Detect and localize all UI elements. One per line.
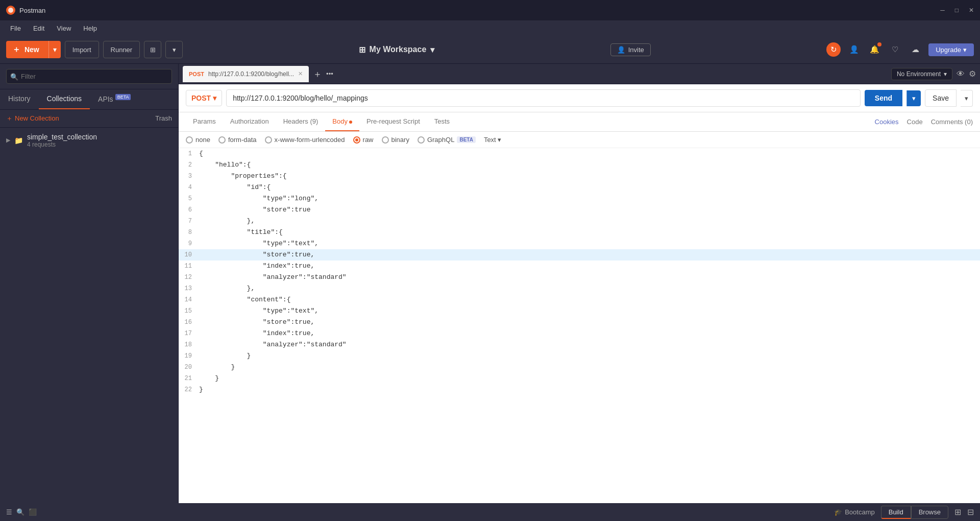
- main-content: 🔍 History Collections APIsBETA ＋ New Col…: [0, 64, 980, 503]
- text-format-dropdown[interactable]: Text ▾: [484, 136, 501, 144]
- search-input[interactable]: [6, 69, 172, 84]
- cloud-icon[interactable]: ☁: [908, 42, 922, 57]
- table-row: 17 "index":true,: [179, 328, 980, 339]
- svg-point-0: [8, 8, 13, 13]
- bottom-pane-button[interactable]: ⊟: [967, 507, 974, 517]
- body-opt-binary[interactable]: binary: [382, 136, 409, 144]
- search-button[interactable]: 🔍: [16, 508, 24, 516]
- tab-authorization[interactable]: Authorization: [223, 112, 276, 131]
- more-tabs-button[interactable]: •••: [326, 70, 333, 78]
- body-opt-graphql[interactable]: GraphQL BETA: [418, 136, 476, 144]
- collection-name: simple_test_collection: [27, 133, 97, 141]
- tab-apis[interactable]: APIsBETA: [90, 89, 139, 109]
- tab-method: POST: [189, 71, 204, 77]
- layout-button[interactable]: ⊞: [144, 41, 161, 58]
- request-area: POST http://127.0.0.1:9200/blog/hell... …: [179, 64, 980, 503]
- tab-close-btn[interactable]: ✕: [298, 70, 303, 77]
- code-link[interactable]: Code: [907, 118, 923, 126]
- browse-tab[interactable]: Browse: [911, 506, 948, 519]
- url-input[interactable]: [226, 89, 861, 107]
- new-collection-bar: ＋ New Collection Trash: [0, 110, 178, 128]
- radio-form-data[interactable]: [218, 136, 226, 144]
- table-row: 16 "store":true,: [179, 317, 980, 328]
- table-row: 8 "title":{: [179, 227, 980, 238]
- list-item[interactable]: ▶ 📁 simple_test_collection 4 requests: [0, 128, 178, 153]
- radio-urlencoded[interactable]: [265, 136, 272, 144]
- body-opt-form-data[interactable]: form-data: [218, 136, 257, 144]
- minimize-btn[interactable]: ─: [940, 7, 945, 14]
- send-dropdown-button[interactable]: ▾: [906, 90, 921, 106]
- body-opt-none[interactable]: none: [186, 136, 210, 144]
- notification-icon[interactable]: 🔔: [867, 42, 881, 57]
- tab-body[interactable]: Body: [325, 112, 359, 131]
- line-number: 6: [179, 204, 199, 216]
- trash-button[interactable]: Trash: [155, 114, 172, 122]
- tab-headers[interactable]: Headers (9): [276, 112, 326, 131]
- new-button-label[interactable]: ＋ New: [6, 44, 45, 55]
- bootcamp-button[interactable]: 🎓 Bootcamp: [834, 508, 875, 516]
- menu-file[interactable]: File: [5, 23, 26, 33]
- line-content: "title":{: [199, 227, 980, 238]
- line-content: "store":true,: [199, 317, 980, 328]
- menu-help[interactable]: Help: [78, 23, 102, 33]
- layout-dropdown[interactable]: ▾: [165, 41, 183, 58]
- build-browse-tabs: Build Browse: [881, 506, 948, 519]
- body-opt-raw[interactable]: raw: [353, 136, 374, 144]
- radio-graphql[interactable]: [418, 136, 425, 144]
- tab-tests[interactable]: Tests: [427, 112, 457, 131]
- method-selector[interactable]: POST ▾: [186, 90, 222, 106]
- radio-raw[interactable]: [353, 136, 360, 144]
- collection-count: 4 requests: [27, 141, 97, 148]
- url-bar: POST ▾ Send ▾ Save ▾: [179, 84, 980, 112]
- line-content: "index":true,: [199, 328, 980, 339]
- build-tab[interactable]: Build: [881, 506, 911, 519]
- code-editor[interactable]: 1{2 "hello":{3 "properties":{4 "id":{5 "…: [179, 148, 980, 503]
- runner-button[interactable]: Runner: [103, 41, 140, 58]
- tab-pre-request[interactable]: Pre-request Script: [359, 112, 427, 131]
- body-opt-urlencoded[interactable]: x-www-form-urlencoded: [265, 136, 345, 144]
- new-button-dropdown[interactable]: ▾: [48, 41, 61, 58]
- save-dropdown-button[interactable]: ▾: [961, 90, 973, 107]
- tab-collections[interactable]: Collections: [39, 89, 90, 109]
- maximize-btn[interactable]: □: [955, 7, 959, 14]
- menu-edit[interactable]: Edit: [28, 23, 50, 33]
- save-button[interactable]: Save: [925, 89, 957, 107]
- environment-selector[interactable]: No Environment ▾: [891, 68, 952, 80]
- add-tab-button[interactable]: ＋: [310, 68, 325, 80]
- workspace-button[interactable]: ⊞ My Workspace ▾: [359, 45, 435, 55]
- sidebar-toggle-button[interactable]: ☰: [6, 508, 12, 516]
- close-btn[interactable]: ✕: [969, 7, 974, 14]
- new-button[interactable]: ＋ New ▾: [6, 41, 61, 58]
- table-row: 20 }: [179, 362, 980, 373]
- heart-icon[interactable]: ♡: [888, 42, 902, 57]
- two-pane-button[interactable]: ⊞: [954, 507, 961, 517]
- line-number: 14: [179, 294, 199, 305]
- terminal-button[interactable]: ⬛: [29, 508, 37, 516]
- toolbar-icons: ↻ 👤 🔔 ♡ ☁ Upgrade ▾: [826, 42, 974, 57]
- sidebar: 🔍 History Collections APIsBETA ＋ New Col…: [0, 64, 179, 503]
- import-button[interactable]: Import: [65, 41, 99, 58]
- workspace-label: My Workspace: [370, 45, 427, 54]
- line-number: 11: [179, 260, 199, 272]
- new-collection-button[interactable]: ＋ New Collection: [6, 114, 59, 123]
- upgrade-button[interactable]: Upgrade ▾: [928, 43, 974, 56]
- line-number: 8: [179, 227, 199, 238]
- radio-binary[interactable]: [382, 136, 389, 144]
- user-icon[interactable]: 👤: [847, 42, 861, 57]
- menu-view[interactable]: View: [52, 23, 76, 33]
- tab-history[interactable]: History: [0, 89, 39, 109]
- comments-link[interactable]: Comments (0): [931, 118, 973, 126]
- env-eye-button[interactable]: 👁: [957, 69, 965, 79]
- sync-icon[interactable]: ↻: [826, 42, 841, 57]
- statusbar-right: 🎓 Bootcamp Build Browse ⊞ ⊟: [834, 506, 974, 519]
- active-request-tab[interactable]: POST http://127.0.0.1:9200/blog/hell... …: [183, 66, 309, 82]
- send-button[interactable]: Send: [865, 90, 902, 106]
- table-row: 9 "type":"text",: [179, 238, 980, 249]
- workspace-grid-icon: ⊞: [359, 45, 365, 55]
- radio-none[interactable]: [186, 136, 193, 144]
- table-row: 6 "store":true: [179, 204, 980, 216]
- cookies-link[interactable]: Cookies: [875, 118, 899, 126]
- env-settings-button[interactable]: ⚙: [969, 69, 976, 79]
- invite-button[interactable]: 👤 Invite: [610, 43, 651, 56]
- tab-params[interactable]: Params: [186, 112, 223, 131]
